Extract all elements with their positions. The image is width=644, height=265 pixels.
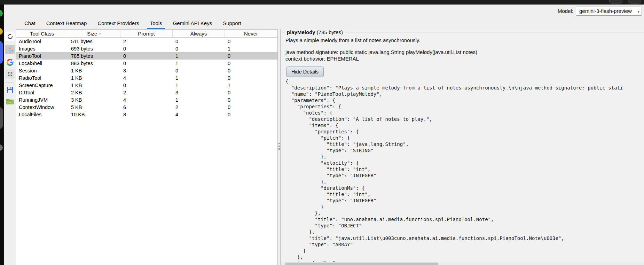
dock-item-icon[interactable] (0, 107, 3, 129)
tab-chat[interactable]: Chat (24, 18, 36, 29)
screenshots-folder-icon: 0 (6, 98, 14, 104)
collapse-icon (7, 71, 13, 77)
tab-context-providers[interactable]: Context Providers (97, 18, 140, 29)
cell-always: 4 (173, 112, 225, 117)
divider-grip-dot (278, 148, 280, 150)
column-header-never[interactable]: Never (225, 30, 277, 37)
cell-always: 1 (173, 61, 225, 66)
table-row[interactable]: RunningJVM 3 KB 4 1 0 (16, 96, 277, 103)
cell-tool-class: LocalFiles (16, 112, 68, 117)
cell-prompt: 8 (120, 112, 173, 117)
cell-always: 1 (173, 83, 225, 88)
cell-always: 0 (173, 46, 225, 52)
table-row[interactable]: DJTool 2 KB 2 3 0 (16, 89, 277, 96)
screen: Model: gemini-3-flash-preview ▾ ChatCont… (0, 0, 644, 265)
model-select[interactable]: gemini-3-flash-preview ▾ (576, 7, 642, 16)
cell-tool-class: AudioTool (16, 39, 68, 44)
cell-tool-class: LocalShell (16, 61, 68, 66)
tab-tools[interactable]: Tools (149, 18, 163, 29)
table-row[interactable]: LocalShell 883 bytes 0 1 0 (16, 60, 277, 67)
cell-prompt: 2 (120, 90, 173, 95)
column-header-size[interactable]: Size∧ (68, 30, 120, 37)
cell-prompt: 3 (120, 68, 173, 73)
tool-description: Plays a simple melody from a list of not… (285, 37, 420, 43)
cell-never: 0 (225, 90, 277, 95)
table-row[interactable]: Images 693 bytes 0 0 1 (16, 45, 277, 52)
divider-grip-dot (278, 143, 280, 144)
column-header-always[interactable]: Always (173, 30, 225, 37)
cell-never: 0 (225, 112, 277, 117)
sort-ascending-icon: ∧ (99, 32, 101, 35)
tool-size-suffix: (785 bytes) (315, 29, 343, 35)
dock-item-icon[interactable] (0, 28, 3, 35)
dock-item-icon[interactable] (0, 41, 3, 64)
tab-gemini-api-keys[interactable]: Gemini API Keys (172, 18, 213, 29)
sidebar-item-progress[interactable] (5, 32, 15, 41)
sidebar-item-save[interactable] (5, 85, 15, 94)
cell-size: 2 KB (68, 90, 120, 95)
sidebar-item-java[interactable] (5, 45, 15, 54)
dock-item-icon[interactable] (0, 10, 3, 17)
tab-label: Tools (150, 20, 162, 26)
cell-prompt: 6 (120, 104, 173, 110)
tab-label: Chat (24, 20, 36, 26)
cell-tool-class: DJTool (16, 90, 68, 95)
cell-size: 5 KB (68, 104, 120, 110)
svg-text:0: 0 (9, 101, 11, 104)
horizontal-scrollbar-thumb[interactable] (285, 263, 438, 265)
cell-never: 0 (225, 53, 277, 59)
cell-size: 511 bytes (68, 39, 120, 44)
tab-label: Context Providers (97, 20, 139, 26)
table-row[interactable]: Session 1 KB 3 0 0 (16, 67, 277, 74)
cell-always: 1 (173, 97, 225, 103)
cell-tool-class: Images (16, 46, 68, 52)
split-pane-divider[interactable] (277, 29, 281, 265)
hide-details-button[interactable]: Hide Details (286, 67, 324, 77)
function-declaration-json: { "description": "Plays a simple melody … (285, 78, 644, 265)
progress-ring-icon (8, 34, 13, 39)
chevron-down-icon: ▾ (637, 9, 639, 14)
cell-size: 785 bytes (68, 53, 120, 59)
cell-always: 1 (173, 53, 225, 59)
browser-tab-fragment[interactable] (628, 0, 641, 3)
horizontal-scrollbar[interactable] (281, 262, 644, 265)
tab-bar: ChatContext HeatmapContext ProvidersTool… (4, 17, 644, 29)
table-row[interactable]: AudioTool 511 bytes 2 0 0 (16, 38, 277, 45)
table-row[interactable]: LocalFiles 10 KB 8 4 0 (16, 111, 277, 118)
details-title: playMelody (785 bytes) (285, 29, 345, 35)
desktop-dock-strip (0, 5, 4, 265)
divider-grip-dot (278, 146, 280, 147)
cell-never: 0 (225, 97, 277, 103)
google-icon (7, 59, 14, 66)
cell-never: 0 (225, 75, 277, 81)
cell-prompt: 0 (120, 61, 173, 66)
table-row[interactable]: RadioTool 1 KB 4 1 0 (16, 74, 277, 81)
cell-prompt: 0 (120, 83, 173, 88)
browser-tab-fragment[interactable] (609, 0, 622, 3)
dock-item-icon[interactable] (0, 145, 3, 151)
sidebar-item-collapse[interactable] (5, 69, 15, 79)
sidebar-item-screenshots-folder[interactable]: 0 (5, 96, 15, 106)
tool-method-name: playMelody (287, 29, 315, 35)
sidebar-item-google[interactable] (5, 57, 15, 67)
tab-label: Support (223, 20, 241, 26)
tab-support[interactable]: Support (222, 18, 242, 29)
cell-tool-class: PianoTool (16, 53, 68, 59)
table-row[interactable]: ScreenCapture 1 KB 0 1 1 (16, 81, 277, 89)
table-row[interactable]: ContextWindow 5 KB 6 2 0 (16, 103, 277, 111)
cell-size: 1 KB (68, 75, 120, 81)
tools-table: Tool ClassSize∧PromptAlwaysNever AudioTo… (16, 29, 277, 265)
tool-signature: java method signature: public static jav… (285, 49, 477, 55)
column-header-prompt[interactable]: Prompt (120, 30, 173, 37)
table-row[interactable]: PianoTool 785 bytes 0 1 0 (16, 52, 277, 60)
tab-context-heatmap[interactable]: Context Heatmap (46, 18, 88, 29)
cell-prompt: 0 (120, 53, 173, 59)
column-header-tool-class[interactable]: Tool Class (16, 30, 68, 37)
tool-details-panel: playMelody (785 bytes) Plays a simple me… (281, 29, 644, 265)
save-icon (7, 86, 14, 93)
tab-label: Context Heatmap (46, 20, 87, 26)
model-select-value: gemini-3-flash-preview (579, 8, 632, 14)
cell-always: 2 (173, 104, 225, 110)
tab-label: Gemini API Keys (173, 20, 212, 26)
cell-size: 1 KB (68, 68, 120, 73)
